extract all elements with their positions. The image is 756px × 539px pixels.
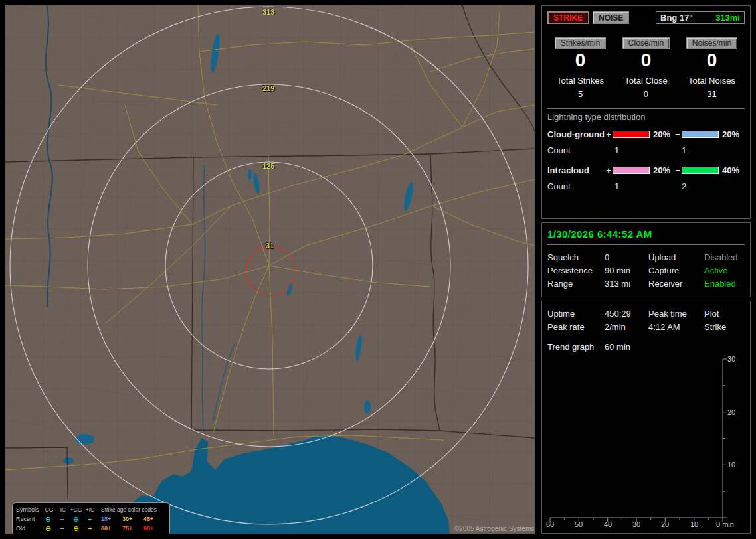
strikes-rate-column: Strikes/min 0 Total Strikes 5 [547,37,613,99]
peak-time-label: Peak time [648,309,704,319]
uptime-value: 450:29 [605,309,648,319]
ring-label-125: 125 [262,162,274,170]
range-label: Range [547,279,605,289]
upload-label: Upload [648,252,704,262]
neg-ic-old-icon: − [55,525,69,532]
total-close-value: 0 [613,89,679,99]
status-row-squelch: Squelch 0 Upload Disabled [547,250,745,264]
legend-old-label: Old [16,525,41,532]
intracloud-neg-count: 2 [678,181,745,191]
receiver-status: Enabled [704,279,745,289]
intracloud-pos-count: 1 [611,181,678,191]
x-tick-30: 30 [628,520,644,528]
intracloud-neg-bar [682,167,719,174]
close-per-min-value: 0 [613,50,679,70]
trend-graph-row: Trend graph 60 min [547,340,745,353]
count-label: Count [547,181,611,191]
plus-sign: + [605,165,613,175]
pos-cg-old-icon: ⊕ [69,525,83,532]
peak-rate-label: Peak rate [547,322,605,332]
age-code-75: 75+ [122,525,143,532]
distribution-title: Lightning type distribution [547,112,745,122]
receiver-status-panel: 1/30/2026 6:44:52 AM Squelch 0 Upload Di… [541,222,751,297]
legend-age-header: Strike age color codes [97,506,166,513]
ring-label-31: 31 [266,242,274,250]
range-value: 313 mi [605,279,648,289]
age-code-90: 90+ [143,525,165,532]
squelch-label: Squelch [547,252,605,262]
trend-header-row-2: Peak rate 2/min 4:12 AM Strike [547,320,745,333]
trend-graph-label: Trend graph [547,342,605,352]
divider [547,244,745,245]
copyright-text: ©2005 Astrogenic Systems [454,525,534,532]
pos-ic-old-icon: + [83,525,97,532]
bearing-range-display: Bng 17° 313mi [656,11,745,24]
intracloud-pos-pct: 20% [650,165,674,175]
strike-mode-button[interactable]: STRIKE [547,11,589,24]
total-noises-label: Total Noises [679,76,745,86]
age-code-60: 60+ [101,525,122,532]
intracloud-row: Intracloud + 20% − 40% [547,165,745,175]
neg-cg-old-icon: ⊖ [41,525,55,532]
age-code-15: 15+ [101,516,122,522]
legend-col-neg-ic: -IC [55,506,69,513]
legend-old-row: Old ⊖ − ⊕ + 60+ 75+ 90+ [16,524,166,533]
cloud-ground-pos-count: 1 [611,145,678,155]
minus-sign: − [674,165,682,175]
plot-label: Plot [704,309,745,319]
strikes-per-min-value: 0 [547,50,613,70]
receiver-label: Receiver [648,279,704,289]
cloud-ground-neg-bar [682,131,719,138]
bearing-range-value: 313mi [715,13,740,23]
total-close-label: Total Close [613,76,679,86]
intracloud-pos-bar [613,167,650,174]
upload-status: Disabled [704,252,745,262]
cloud-ground-row: Cloud-ground + 20% − 20% [547,129,745,139]
intracloud-neg-pct: 40% [719,165,743,175]
legend-recent-label: Recent [16,516,41,522]
legend-col-pos-cg: +CG [69,506,83,513]
plot-value: Strike [704,322,745,332]
neg-cg-recent-icon: ⊖ [41,516,55,523]
trend-header-row-1: Uptime 450:29 Peak time Plot [547,307,745,320]
peak-rate-value: 2/min [605,322,648,332]
legend-col-neg-cg: -CG [41,506,55,513]
age-code-30: 30+ [122,516,143,522]
legend-symbols-header: Symbols [16,506,41,513]
noises-per-min-value: 0 [679,50,745,70]
close-rate-column: Close/min 0 Total Close 0 [613,37,679,99]
noise-mode-button[interactable]: NOISE [593,11,629,24]
persistence-label: Persistence [547,266,605,275]
legend-col-pos-ic: +IC [83,506,97,513]
ring-label-313: 313 [262,8,274,16]
minus-sign: − [674,129,682,139]
legend-recent-row: Recent ⊖ − ⊕ + 15+ 30+ 45+ [16,514,166,524]
strike-symbol-legend: Symbols -CG -IC +CG +IC Strike age color… [12,502,170,534]
cloud-ground-neg-count: 1 [678,145,745,155]
noises-per-min-button[interactable]: Noises/min [686,37,737,49]
squelch-value: 0 [605,252,648,262]
lightning-map[interactable]: 313 219 125 31 Symbols -CG -IC +CG +IC S… [5,5,535,534]
strikes-per-min-button[interactable]: Strikes/min [555,37,606,49]
cloud-ground-pos-pct: 20% [650,129,674,139]
current-datetime: 1/30/2026 6:44:52 AM [547,228,745,240]
x-tick-50: 50 [571,520,587,528]
pos-ic-recent-icon: + [83,516,97,523]
ring-label-219: 219 [262,84,274,92]
strike-stats-panel: STRIKE NOISE Bng 17° 313mi Strikes/min 0… [541,5,751,219]
status-row-range: Range 313 mi Receiver Enabled [547,277,745,290]
noises-rate-column: Noises/min 0 Total Noises 31 [679,37,745,99]
cloud-ground-pos-bar [613,131,650,138]
intracloud-count-row: Count 1 2 [547,181,745,191]
bearing-value: Bng 17° [660,13,693,23]
x-tick-40: 40 [600,520,616,528]
x-tick-0-min: 0 min [716,520,749,528]
x-tick-20: 20 [657,520,673,528]
uptime-label: Uptime [547,309,605,319]
y-tick-20: 20 [727,408,747,416]
neg-ic-recent-icon: − [55,516,69,523]
cloud-ground-label: Cloud-ground [547,129,605,139]
total-noises-value: 31 [679,89,745,99]
close-per-min-button[interactable]: Close/min [622,37,670,49]
plus-sign: + [605,129,613,139]
